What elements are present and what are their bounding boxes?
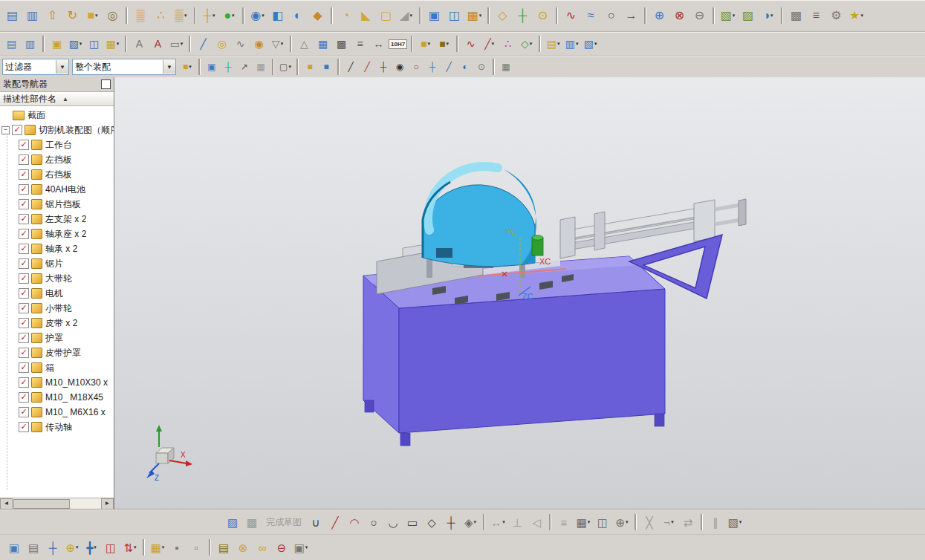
profile-icon[interactable]: ∪: [307, 513, 325, 531]
work-grid-icon[interactable]: ▦: [253, 60, 268, 74]
tree-item-2[interactable]: ✓右挡板: [0, 167, 114, 182]
dropdown-arrow-icon[interactable]: ▾: [739, 519, 742, 525]
unite-icon[interactable]: ◉▾: [248, 6, 267, 25]
datum-axis-icon[interactable]: ┼: [513, 6, 532, 25]
snap-arc-center-icon[interactable]: ◉: [392, 60, 407, 74]
line-icon[interactable]: ╱: [326, 513, 344, 531]
solid-select-icon[interactable]: ■: [302, 60, 317, 74]
tree-item-8[interactable]: ✓锯片: [0, 256, 114, 271]
tree-item-18[interactable]: ✓M10_ M6X16 x: [0, 405, 114, 420]
move-curve-icon[interactable]: ⇄: [679, 513, 697, 531]
feature-group-icon[interactable]: ■▾: [417, 36, 434, 53]
tolerance-10h7-icon[interactable]: 10H7: [389, 36, 407, 53]
dropdown-arrow-icon[interactable]: ▾: [212, 13, 215, 19]
annotation-plain-icon[interactable]: A: [131, 36, 148, 53]
break-link-icon[interactable]: ⊖: [273, 538, 291, 556]
dropdown-arrow-icon[interactable]: ▾: [232, 13, 235, 19]
graphics-viewport[interactable]: YC XC ZC X Z: [114, 77, 925, 509]
checkbox-icon[interactable]: ✓: [19, 303, 29, 313]
expressions-icon[interactable]: ≡: [807, 6, 825, 25]
move-component-icon[interactable]: ╋▾: [82, 538, 100, 556]
mirror-curve-icon[interactable]: ◫: [594, 513, 611, 531]
dropdown-arrow-icon[interactable]: ▾: [594, 41, 597, 47]
dropdown-arrow-icon[interactable]: ▾: [502, 519, 505, 525]
vector-icon[interactable]: ↗: [237, 60, 252, 74]
selection-scope-combo[interactable]: 整个装配 ▼: [72, 59, 176, 75]
replace-component-icon[interactable]: ◫: [102, 538, 120, 556]
datum-plane-icon[interactable]: ◇: [493, 6, 512, 25]
dropdown-arrow-icon[interactable]: ▾: [860, 13, 863, 19]
panel-restore-button[interactable]: [101, 79, 111, 89]
tree-item-16[interactable]: ✓M10_M10X30 x: [0, 375, 114, 390]
new-component-icon[interactable]: ┼: [44, 538, 62, 556]
tree-item-3[interactable]: ✓40AH电池: [0, 182, 114, 197]
dropdown-arrow-icon[interactable]: ▾: [770, 13, 773, 19]
corner-icon[interactable]: ¬▾: [660, 513, 678, 531]
checkbox-icon[interactable]: ✓: [19, 169, 29, 180]
snap-midpoint-icon[interactable]: ╱: [360, 60, 374, 74]
mirror-feature-icon[interactable]: ◫: [445, 6, 464, 25]
dropdown-arrow-icon[interactable]: ▾: [557, 41, 560, 47]
rectangle-icon[interactable]: ▭: [403, 513, 421, 531]
tree-item-17[interactable]: ✓M10_ M18X45: [0, 390, 114, 405]
tree-item-9[interactable]: ✓大带轮: [0, 271, 114, 286]
tree-item-root-assembly[interactable]: − ✓ 切割机装配图（顺序: [0, 123, 114, 137]
tree-item-19[interactable]: ✓传动轴: [0, 420, 114, 434]
fit-curve-icon[interactable]: ≈: [582, 6, 600, 25]
chamfer-icon[interactable]: ◣: [357, 6, 375, 25]
open-in-window-icon[interactable]: ▣: [5, 538, 23, 556]
layer-visible-icon[interactable]: ▥▾: [563, 36, 580, 53]
edge-blend-icon[interactable]: ◔: [337, 6, 355, 25]
checkbox-icon[interactable]: ✓: [19, 348, 29, 358]
dropdown-arrow-icon[interactable]: ▾: [281, 41, 284, 47]
checkbox-icon[interactable]: ✓: [19, 258, 29, 269]
measure-icon[interactable]: ▩: [787, 6, 805, 25]
window-split-icon[interactable]: ◫: [85, 36, 103, 53]
checkbox-icon[interactable]: ✓: [19, 199, 29, 209]
pull-face-icon[interactable]: ▨: [739, 6, 757, 25]
dropdown-arrow-icon[interactable]: ▾: [262, 13, 264, 19]
layer-category-icon[interactable]: ▧▾: [582, 36, 599, 53]
tree-item-12[interactable]: ✓皮带 x 2: [0, 316, 114, 331]
point-icon[interactable]: ●▾: [220, 6, 238, 25]
dropdown-arrow-icon[interactable]: ▾: [626, 519, 629, 525]
studio-spline-icon[interactable]: ∿: [562, 6, 580, 25]
tree-item-7[interactable]: ✓轴承 x 2: [0, 241, 114, 256]
dropdown-arrow-icon[interactable]: ▾: [184, 13, 187, 19]
geometric-constraints-icon[interactable]: ⊥: [508, 513, 526, 531]
dropdown-arrow-icon[interactable]: ▾: [95, 13, 98, 19]
display-sketch-constraints-icon[interactable]: ▩: [243, 513, 261, 531]
fillet-icon[interactable]: ◡: [384, 513, 402, 531]
note-icon[interactable]: ▭▾: [168, 36, 185, 53]
checkerboard-icon[interactable]: ▩: [333, 36, 350, 53]
checkbox-icon[interactable]: ✓: [19, 333, 29, 343]
reference-set-icon[interactable]: ▤: [215, 538, 233, 556]
tree-item-1[interactable]: ✓左挡板: [0, 152, 114, 167]
find-in-assembly-icon[interactable]: ■▾: [180, 60, 195, 74]
subtract-icon[interactable]: ◧: [268, 6, 287, 25]
extrude-icon[interactable]: ⇧: [43, 6, 62, 25]
trim-curve-icon[interactable]: ╳: [640, 513, 658, 531]
dropdown-arrow-icon[interactable]: ▾: [474, 519, 477, 525]
dropdown-arrow-icon[interactable]: ▾: [492, 41, 495, 47]
dropdown-arrow-icon[interactable]: ▾: [94, 544, 97, 550]
swept-icon[interactable]: ▥: [23, 6, 42, 25]
type-filter-combo[interactable]: 过滤器 ▼: [2, 59, 69, 75]
pattern-face-icon[interactable]: ▒▾: [172, 6, 190, 25]
polygon-icon[interactable]: ◇: [423, 513, 441, 531]
washer-icon[interactable]: ◎: [213, 36, 230, 53]
rectangle-select-icon[interactable]: ▢▾: [278, 60, 293, 74]
edit-spline-icon[interactable]: ∿: [462, 36, 479, 53]
more-curves-icon[interactable]: ◈▾: [461, 513, 479, 531]
sketch-settings-icon[interactable]: ▧▾: [726, 513, 744, 531]
wave-geometry-linker-icon[interactable]: ▣▾: [292, 538, 310, 556]
intersect-icon[interactable]: ◐: [288, 6, 307, 25]
tree-item-sections[interactable]: 截面: [0, 108, 114, 123]
snap-bounded-plane-icon[interactable]: ⊙: [474, 60, 489, 74]
revolve-icon[interactable]: ↻: [63, 6, 82, 25]
offset-curve-icon[interactable]: ≡: [555, 513, 573, 531]
datum-point-icon[interactable]: ⊙: [533, 6, 552, 25]
interpart-links-icon[interactable]: ∞: [253, 538, 271, 556]
show-component-icon[interactable]: ▫: [187, 538, 205, 556]
sketch-tools-icon[interactable]: ▨: [224, 513, 241, 531]
